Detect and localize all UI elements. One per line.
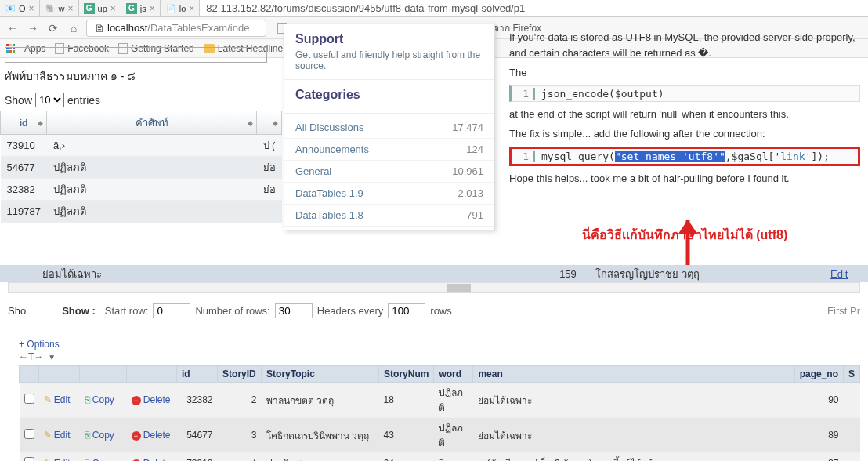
sidebar-popup: Support Get useful and friendly help str… (284, 24, 495, 230)
col-storynum[interactable]: StoryNum (379, 366, 434, 383)
delete-link[interactable]: Delete (143, 394, 171, 405)
svg-marker-1 (678, 220, 697, 234)
num-rows-label: Number of rows: (195, 305, 269, 317)
scrollbar-thumb[interactable] (447, 284, 471, 292)
col-word[interactable]: word (434, 366, 473, 383)
search-input[interactable] (5, 47, 267, 63)
show-label: Show : (62, 305, 96, 317)
favicon-icon: 📧 (5, 3, 16, 14)
col-id[interactable]: id◆ (1, 111, 47, 135)
row-checkbox[interactable] (24, 394, 34, 404)
cell-storytopic: พาลนกขตต วตฺถุ (262, 383, 379, 418)
category-item[interactable]: DataTables 1.8791 (284, 205, 494, 227)
horizontal-scrollbar[interactable] (8, 282, 860, 293)
browser-tab-bar: 📧O× 🐘w× Gup× Gjs× 📄lo× 82.113.152.82/for… (0, 0, 868, 17)
line-number: 1 (512, 88, 535, 100)
category-item[interactable]: All Discussions17,474 (284, 117, 494, 139)
table-row[interactable]: ✎ Edit⎘ Copy− Delete546773โคธิกตเถรปรินิ… (20, 418, 860, 453)
page-title: ศัพท์บาลีธรรมบทภาค ๑ - ๘ (5, 67, 277, 85)
pagination-first-prev[interactable]: First Pr (827, 305, 860, 317)
col-s[interactable]: S (843, 366, 859, 383)
close-icon[interactable]: × (110, 3, 116, 14)
row-checkbox[interactable] (24, 457, 34, 462)
cell-word: ā,› (434, 453, 473, 462)
col-mean[interactable]: mean (473, 366, 794, 383)
headers-every-input[interactable] (388, 303, 425, 318)
browser-tab[interactable]: 📄lo× (161, 0, 201, 16)
copy-link[interactable]: Copy (92, 430, 114, 441)
category-item[interactable]: Announcements124 (284, 139, 494, 161)
edit-link[interactable]: Edit (54, 458, 71, 462)
row-checkbox[interactable] (24, 429, 34, 439)
edit-link[interactable]: Edit (830, 268, 868, 280)
cell-mean: ย่อมได้เฉพาะ (473, 418, 794, 453)
code-text: json_encode($output) (535, 86, 671, 101)
copy-link[interactable]: Copy (92, 458, 114, 462)
delete-link[interactable]: Delete (143, 430, 171, 441)
close-icon[interactable]: × (68, 3, 74, 14)
reload-icon[interactable]: ⟳ (45, 20, 61, 36)
col-storytopic[interactable]: StoryTopic (262, 366, 379, 383)
window-url[interactable]: 82.113.152.82/forums/discussion/9455/utf… (200, 0, 868, 16)
col-edit (39, 366, 80, 383)
copy-icon: ⎘ (85, 430, 90, 441)
pencil-icon: ✎ (44, 458, 52, 462)
forward-icon[interactable]: → (25, 20, 41, 36)
browser-tab[interactable]: 📧O× (0, 0, 40, 16)
code-text: mysql_query("set names 'utf8'",$gaSql['l… (535, 149, 836, 164)
start-row-label: Start row: (105, 305, 149, 317)
edit-link[interactable]: Edit (54, 394, 71, 405)
favicon-icon: 📄 (165, 3, 176, 14)
browser-tab[interactable]: Gup× (79, 0, 121, 16)
favicon-icon: 🐘 (45, 3, 56, 14)
cell-storyid: 4 (218, 453, 262, 462)
favicon-icon: G (84, 3, 95, 14)
col-check[interactable] (20, 366, 39, 383)
pencil-icon: ✎ (44, 394, 52, 405)
close-icon[interactable]: × (29, 3, 34, 14)
code-block: 1 json_encode($output) (509, 85, 860, 102)
cell-storynum: 43 (379, 418, 434, 453)
col-pageno[interactable]: page_no (794, 366, 843, 383)
table-row[interactable]: ✎ Edit⎘ Copy− Delete739104ปณฑิตสามเณร วต… (20, 453, 860, 462)
col-id[interactable]: id (177, 366, 218, 383)
col-delete (127, 366, 177, 383)
cell-pageno: 89 (794, 418, 843, 453)
browser-tab[interactable]: Gjs× (121, 0, 161, 16)
forum-paragraph: The fix is simple... add the following a… (509, 126, 860, 142)
edit-link[interactable]: Edit (54, 430, 71, 441)
copy-link[interactable]: Copy (92, 394, 114, 405)
close-icon[interactable]: × (189, 3, 194, 14)
forum-post: If you're data is stored as UTF8 in MySQ… (501, 25, 868, 245)
category-item[interactable]: General10,961 (284, 161, 494, 183)
table-row[interactable]: 54677ปฏิลภติย่อ (1, 157, 282, 179)
cell-storynum: 159 (541, 268, 595, 280)
category-item[interactable]: DataTables 1.92,013 (284, 183, 494, 205)
cell-pageno: 37 (794, 453, 843, 462)
cell-id: 54677 (177, 418, 218, 453)
back-icon[interactable]: ← (5, 20, 20, 36)
chevron-down-icon[interactable]: ▼ (48, 353, 56, 361)
table-row[interactable]: ✎ Edit⎘ Copy− Delete323822พาลนกขตต วตฺถุ… (20, 383, 860, 418)
pagination-controls: Sho Show : Start row: Number of rows: He… (0, 299, 868, 321)
start-row-input[interactable] (153, 303, 190, 318)
num-rows-input[interactable] (275, 303, 313, 318)
copy-icon: ⎘ (85, 394, 90, 405)
delete-link[interactable]: Delete (143, 458, 171, 462)
table-row[interactable]: 32382ปฏิลภติย่อ (1, 179, 282, 201)
col-term[interactable]: คำศัพท์◆ (47, 111, 257, 135)
length-select[interactable]: 10 (35, 93, 64, 107)
address-bar[interactable]: 🗎 localhost/DataTablesExam/inde (86, 20, 266, 37)
move-arrows-icon[interactable]: ←T→ (19, 351, 43, 362)
table-row[interactable]: 119787ปฏิลภติ (1, 201, 282, 223)
browser-tab[interactable]: 🐘w× (40, 0, 79, 16)
col-storyid[interactable]: StoryID (218, 366, 262, 383)
sort-icon: ◆ (38, 119, 43, 127)
delete-icon: − (132, 396, 141, 405)
forum-paragraph: The (509, 65, 860, 81)
close-icon[interactable]: × (150, 3, 155, 14)
options-link[interactable]: + Options (19, 339, 860, 350)
table-row[interactable]: 73910ā,›ป ( (1, 135, 282, 157)
col-right[interactable]: ◆ (257, 111, 282, 135)
home-icon[interactable]: ⌂ (66, 20, 81, 36)
